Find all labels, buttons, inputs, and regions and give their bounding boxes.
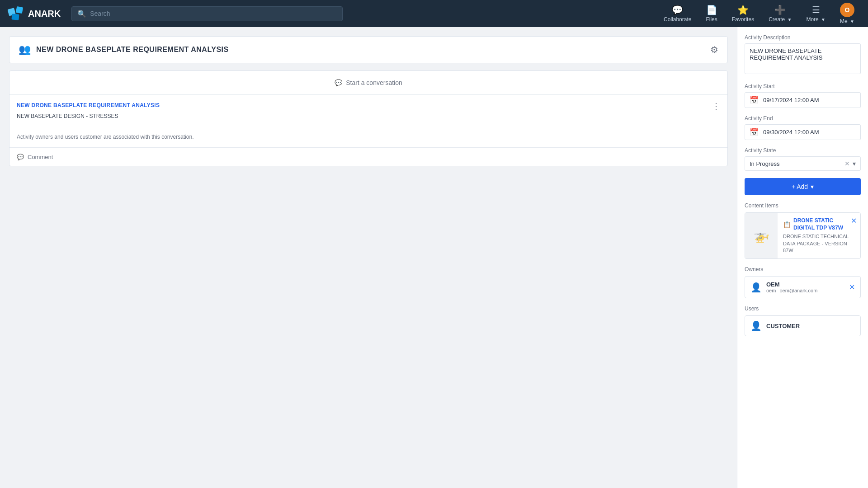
user-card: 👤 CUSTOMER: [745, 315, 861, 336]
nav-item-files[interactable]: 📄 Files: [699, 2, 723, 25]
owner-username: oem: [766, 288, 776, 293]
content-item-header: 📋 DRONE STATIC DIGITAL TDP V87W: [783, 217, 855, 231]
conversation-thread: NEW DRONE BASEPLATE REQUIREMENT ANALYSIS…: [9, 95, 727, 148]
right-panel: Activity Description NEW DRONE BASEPLATE…: [737, 27, 868, 488]
user-name: CUSTOMER: [766, 323, 800, 329]
thread-more-button[interactable]: ⋮: [712, 102, 720, 110]
nav-item-collaborate[interactable]: 💬 Collaborate: [657, 2, 698, 25]
left-panel: 👥 NEW DRONE BASEPLATE REQUIREMENT ANALYS…: [0, 27, 737, 488]
user-avatar-icon: 👤: [750, 320, 762, 331]
comment-area[interactable]: 💬 Comment: [9, 148, 727, 166]
thread-subtitle: NEW BASEPLATE DESIGN - STRESSES: [17, 113, 720, 119]
calendar-icon: 📅: [750, 96, 759, 104]
top-navigation: ANARK 🔍 💬 Collaborate 📄 Files ⭐ Favorite…: [0, 0, 868, 27]
nav-label-files: Files: [706, 16, 717, 23]
search-icon: 🔍: [77, 9, 86, 18]
more-icon: ☰: [812, 5, 820, 15]
activity-start-input[interactable]: 📅 09/17/2024 12:00 AM: [745, 92, 861, 108]
logo[interactable]: ANARK: [7, 5, 61, 22]
nav-label-create: Create ▼: [769, 16, 792, 23]
owners-section: Owners 👤 OEM oem oem@anark.com ✕: [745, 266, 861, 298]
activity-start-value: 09/17/2024 12:00 AM: [763, 97, 819, 103]
activity-state-value: In Progress: [750, 160, 779, 167]
nav-item-me[interactable]: O Me ▼: [834, 0, 861, 27]
owner-email: oem@anark.com: [779, 288, 817, 293]
activity-state-input[interactable]: In Progress ✕ ▾: [745, 156, 861, 171]
add-button-label: + Add: [792, 183, 808, 190]
logo-text: ANARK: [28, 9, 61, 19]
page-header: 👥 NEW DRONE BASEPLATE REQUIREMENT ANALYS…: [9, 36, 728, 63]
owners-label: Owners: [745, 266, 861, 272]
owner-details: oem oem@anark.com: [766, 288, 844, 293]
comment-icon: 💬: [17, 154, 24, 160]
svg-rect-2: [11, 14, 19, 20]
thread-header: NEW DRONE BASEPLATE REQUIREMENT ANALYSIS…: [17, 102, 720, 110]
add-chevron-icon: ▾: [811, 183, 814, 190]
content-item-card: 🚁 📋 DRONE STATIC DIGITAL TDP V87W DRONE …: [745, 212, 861, 259]
nav-label-me: Me ▼: [840, 18, 854, 24]
nav-item-more[interactable]: ☰ More ▼: [800, 2, 832, 25]
thread-link[interactable]: NEW DRONE BASEPLATE REQUIREMENT ANALYSIS: [17, 102, 160, 108]
nav-label-collaborate: Collaborate: [664, 16, 691, 23]
content-item-remove-button[interactable]: ✕: [851, 216, 857, 225]
activity-end-field: Activity End 📅 09/30/2024 12:00 AM: [745, 115, 861, 140]
activity-start-label: Activity Start: [745, 83, 861, 89]
nav-label-more: More ▼: [806, 16, 826, 23]
owner-remove-button[interactable]: ✕: [849, 283, 855, 291]
state-dropdown-icon[interactable]: ▾: [853, 160, 856, 167]
activity-start-field: Activity Start 📅 09/17/2024 12:00 AM: [745, 83, 861, 108]
owner-info: OEM oem oem@anark.com: [766, 281, 844, 293]
main-content: 👥 NEW DRONE BASEPLATE REQUIREMENT ANALYS…: [0, 27, 868, 488]
thread-footer: Activity owners and users customer are a…: [17, 134, 720, 140]
activity-end-label: Activity End: [745, 115, 861, 122]
owner-avatar-icon: 👤: [750, 282, 762, 293]
state-clear-button[interactable]: ✕: [844, 160, 850, 167]
nav-items: 💬 Collaborate 📄 Files ⭐ Favorites ➕ Crea…: [657, 0, 861, 27]
users-section: Users 👤 CUSTOMER: [745, 305, 861, 336]
activity-state-field: Activity State In Progress ✕ ▾: [745, 147, 861, 171]
content-item-name[interactable]: DRONE STATIC DIGITAL TDP V87W: [793, 217, 855, 231]
state-actions: ✕ ▾: [844, 160, 856, 167]
collaborate-icon: 💬: [672, 5, 683, 15]
content-item-thumbnail: 🚁: [745, 213, 778, 258]
nav-item-favorites[interactable]: ⭐ Favorites: [726, 2, 760, 25]
settings-button[interactable]: ⚙: [710, 44, 718, 55]
activity-state-label: Activity State: [745, 147, 861, 154]
search-input[interactable]: [90, 10, 337, 17]
page-title: NEW DRONE BASEPLATE REQUIREMENT ANALYSIS: [36, 46, 229, 54]
calendar-end-icon: 📅: [750, 128, 759, 136]
add-button[interactable]: + Add ▾: [745, 178, 861, 195]
chat-icon: 💬: [335, 79, 342, 86]
content-items-label: Content Items: [745, 202, 861, 209]
owner-name: OEM: [766, 281, 844, 288]
content-items-section: Content Items 🚁 📋 DRONE STATIC DIGITAL T…: [745, 202, 861, 259]
activity-description-input[interactable]: NEW DRONE BASEPLATE REQUIREMENT ANALYSIS: [745, 43, 861, 74]
content-item-description: DRONE STATIC TECHNICAL DATA PACKAGE - VE…: [783, 233, 855, 254]
content-item-info: 📋 DRONE STATIC DIGITAL TDP V87W DRONE ST…: [778, 213, 860, 258]
activity-icon: 👥: [19, 44, 31, 56]
conversation-area: 💬 Start a conversation NEW DRONE BASEPLA…: [9, 70, 728, 166]
document-icon: 📋: [783, 221, 791, 228]
activity-end-value: 09/30/2024 12:00 AM: [763, 129, 819, 136]
search-bar[interactable]: 🔍: [71, 6, 343, 21]
drone-icon: 🚁: [754, 228, 769, 243]
users-label: Users: [745, 305, 861, 312]
avatar: O: [840, 3, 854, 17]
nav-item-create[interactable]: ➕ Create ▼: [762, 2, 798, 25]
files-icon: 📄: [706, 5, 717, 15]
start-conversation-button[interactable]: 💬 Start a conversation: [9, 71, 727, 95]
nav-label-favorites: Favorites: [732, 16, 754, 23]
owner-card: 👤 OEM oem oem@anark.com ✕: [745, 276, 861, 298]
activity-end-input[interactable]: 📅 09/30/2024 12:00 AM: [745, 124, 861, 140]
activity-description-field: Activity Description NEW DRONE BASEPLATE…: [745, 34, 861, 76]
svg-rect-1: [16, 6, 23, 14]
create-icon: ➕: [774, 5, 786, 15]
activity-description-label: Activity Description: [745, 34, 861, 41]
comment-label: Comment: [28, 154, 53, 160]
favorites-icon: ⭐: [737, 5, 749, 15]
start-conversation-label: Start a conversation: [346, 79, 402, 86]
